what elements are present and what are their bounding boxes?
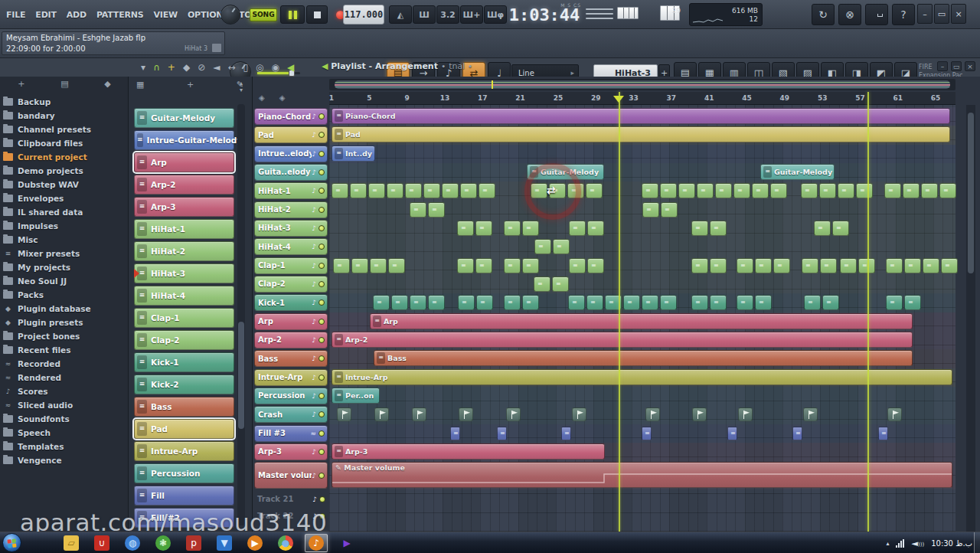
- play-app-icon[interactable]: ▶: [335, 534, 358, 552]
- clip-cell-kick-1[interactable]: ≡: [476, 295, 493, 310]
- clip-cell-hihat-1[interactable]: ≡: [939, 183, 956, 198]
- mic-icon[interactable]: [865, 4, 888, 25]
- clip-cell-hihat-2[interactable]: ≡: [428, 202, 445, 218]
- song-mode-button[interactable]: SONG: [250, 8, 277, 21]
- browser-item-il-shared-data[interactable]: IL shared data: [3, 205, 126, 219]
- track-header-clap-2[interactable]: Clap-2♪: [254, 276, 328, 293]
- track-header-crash[interactable]: Crash♪: [254, 406, 328, 423]
- clip-cell-clap-1[interactable]: ≡: [351, 258, 368, 273]
- browser-item-clipboard-files[interactable]: Clipboard files: [3, 136, 126, 150]
- track-header-bass[interactable]: Bass♪: [254, 350, 328, 367]
- clip-cell-clap-1[interactable]: ≡: [504, 258, 521, 273]
- clip-cell-clap-1[interactable]: ≡: [755, 258, 772, 273]
- clip-cell-clap-1[interactable]: ≡: [904, 258, 921, 273]
- clip-cell-kick-1[interactable]: ≡: [458, 295, 475, 310]
- pattern-kick-2[interactable]: ≡Kick-2: [134, 375, 234, 394]
- track-header-kick-1[interactable]: Kick-1♪: [254, 294, 328, 311]
- persian-app-icon[interactable]: p: [182, 534, 205, 552]
- pattern-arp-3[interactable]: ≡Arp-3: [134, 197, 234, 217]
- clip-cell-hihat-4[interactable]: ≡: [534, 239, 551, 254]
- pattern-menu-icon[interactable]: ≡: [137, 222, 147, 236]
- menu-item-view[interactable]: VIEW: [153, 10, 177, 20]
- clip-cell-clap-1[interactable]: ≡: [923, 258, 939, 273]
- browser-item-rendered[interactable]: ≈Rendered: [3, 371, 126, 384]
- pattern-kick-1[interactable]: ≡Kick-1: [134, 352, 234, 372]
- clip-crash-marker[interactable]: [692, 407, 707, 421]
- clip-cell-hihat-3[interactable]: ≡: [522, 221, 539, 236]
- clip-cell-clap-1[interactable]: ≡: [840, 258, 857, 273]
- clip-cell-hihat-1[interactable]: ≡: [460, 183, 477, 198]
- clip-crash-marker[interactable]: [572, 407, 586, 421]
- clip-cell-hihat-3[interactable]: ≡: [457, 221, 474, 236]
- clip-crash-marker[interactable]: [337, 407, 351, 421]
- browser-item-plugin-database[interactable]: ◆Plugin database: [3, 302, 126, 316]
- metronome-icon[interactable]: ◭: [389, 5, 412, 24]
- main-volume-knob[interactable]: [220, 5, 240, 25]
- clip-crash-marker[interactable]: [412, 407, 426, 421]
- clip-cell-hihat-1[interactable]: ≡: [350, 183, 367, 198]
- track-mute-dot[interactable]: [318, 430, 325, 437]
- minimize-button[interactable]: –: [917, 4, 933, 24]
- draw-tool-icon[interactable]: +: [168, 62, 175, 73]
- pattern-intrue-arp[interactable]: ≡Intrue-Arp: [134, 441, 234, 461]
- clip-cell-hihat-3[interactable]: ≡: [710, 221, 727, 236]
- browser-item-recorded[interactable]: ≈Recorded: [3, 357, 126, 371]
- pattern-arp-2[interactable]: ≡Arp-2: [134, 175, 234, 195]
- options-arrow-icon[interactable]: ▾: [141, 62, 145, 73]
- clip-crash-marker[interactable]: [803, 407, 818, 421]
- network-app-icon[interactable]: ◍: [121, 534, 144, 552]
- clip-cell-clap-2[interactable]: ≡: [552, 276, 569, 292]
- clip-crash-marker[interactable]: [738, 407, 753, 421]
- pattern-menu-icon[interactable]: ≡: [137, 244, 147, 258]
- magnet-icon[interactable]: ∩: [153, 62, 160, 73]
- clip-cell-clap-1[interactable]: ≡: [802, 258, 818, 273]
- shuffle-sliders[interactable]: [586, 7, 613, 22]
- clip-cell-kick-1[interactable]: ≡: [822, 295, 839, 310]
- browser-item-packs[interactable]: Packs: [3, 288, 126, 302]
- track-mute-dot[interactable]: [318, 169, 325, 175]
- clip-cell-kick-1[interactable]: ≡: [410, 295, 426, 310]
- clip-cell-clap-1[interactable]: ≡: [333, 258, 350, 273]
- track-header-percussion[interactable]: Percussion♪: [254, 388, 328, 404]
- clip-cell-kick-1[interactable]: ≡: [568, 295, 585, 310]
- clip-cell-hihat-1[interactable]: ≡: [423, 183, 440, 198]
- pattern-menu-icon[interactable]: ≡: [137, 155, 147, 169]
- clip-cell-clap-1[interactable]: ≡: [370, 258, 387, 273]
- pattern-intrue-guitar-melody[interactable]: ≡Intrue-Guitar-Melody: [134, 130, 234, 150]
- pattern-menu-icon[interactable]: ≡: [137, 489, 147, 502]
- pattern-menu-icon[interactable]: ≡: [137, 200, 147, 214]
- delete-tool-icon[interactable]: ⊘: [198, 62, 205, 73]
- pattern-menu-icon[interactable]: ≡: [137, 111, 147, 125]
- pattern-add-icon[interactable]: +: [187, 80, 194, 90]
- browser-item-bandary[interactable]: bandary: [3, 109, 126, 123]
- clip-cell-kick-1[interactable]: ≡: [755, 295, 772, 310]
- clip-fill-cell[interactable]: ≡: [497, 427, 507, 440]
- track-mute-dot[interactable]: [318, 337, 325, 343]
- paint-tool-icon[interactable]: ◆: [183, 62, 190, 73]
- zoom-tool-icon[interactable]: ◎: [256, 62, 263, 73]
- clip-cell-hihat-1[interactable]: ≡: [368, 183, 385, 198]
- menu-item-add[interactable]: ADD: [67, 10, 87, 20]
- track-mute-dot[interactable]: [318, 449, 325, 455]
- track-mute-dot[interactable]: [318, 151, 325, 157]
- clip-cell-kick-1[interactable]: ≡: [428, 295, 445, 310]
- clip-cell-kick-1[interactable]: ≡: [660, 295, 677, 310]
- mute-tool-icon[interactable]: ◄: [213, 62, 220, 73]
- clip-cell-clap-1[interactable]: ≡: [773, 258, 790, 273]
- track-mute-dot[interactable]: [318, 355, 325, 362]
- pattern-guitar-melody[interactable]: ≡Guitar-Melody: [134, 108, 234, 128]
- clip-cell-hihat-3[interactable]: ≡: [832, 221, 849, 236]
- slip-tool-icon[interactable]: ↔: [227, 62, 235, 73]
- clip-cell-hihat-1[interactable]: ≡: [660, 183, 677, 198]
- sharing-app-icon[interactable]: ❃: [152, 534, 175, 552]
- clip-crash-marker[interactable]: [645, 407, 660, 421]
- track-header-intrue-arp[interactable]: Intrue-Arp♪: [254, 369, 328, 386]
- pattern-menu-icon[interactable]: ≡: [137, 133, 143, 147]
- clip-cell-kick-1[interactable]: ≡: [623, 295, 640, 310]
- browser-item-soundfonts[interactable]: Soundfonts: [3, 412, 126, 426]
- browser-item-dubstep-wav[interactable]: Dubstep WAV: [3, 178, 126, 191]
- start-orb[interactable]: [2, 533, 21, 552]
- pattern-scroll-up[interactable]: ▴▾: [237, 80, 246, 93]
- stop-button[interactable]: [306, 5, 328, 24]
- bpm-display[interactable]: 117.000: [343, 5, 384, 25]
